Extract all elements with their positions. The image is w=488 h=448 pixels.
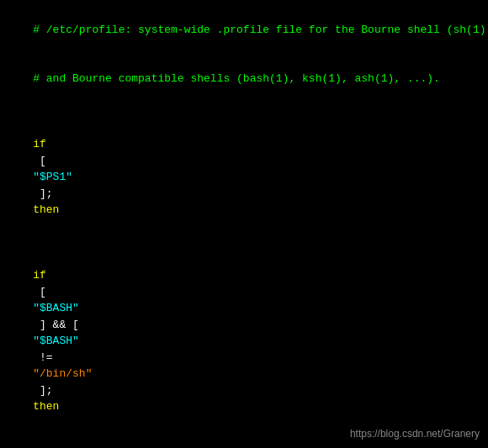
code-line-2: # and Bourne compatible shells (bash(1),… [7, 55, 481, 104]
kw-then-2: then [33, 400, 59, 413]
str-binsh: "/bin/sh" [33, 367, 92, 380]
kw-then-1: then [33, 203, 59, 216]
var-ps1: "$PS1" [33, 171, 72, 183]
sp2: ] && [ [33, 319, 85, 331]
code-line-3 [7, 103, 481, 120]
var-bash-1: "$BASH" [33, 302, 79, 314]
kw-if-1: if [33, 138, 46, 150]
bracket-2: ]; [33, 187, 59, 200]
comment-text-1: # /etc/profile: system-wide .profile fil… [33, 24, 488, 36]
comment-text-2: # and Bourne compatible shells (bash(1),… [33, 72, 440, 85]
bracket-1: [ [33, 155, 52, 167]
sp3: != [33, 351, 59, 364]
terminal-window: # /etc/profile: system-wide .profile fil… [0, 0, 488, 448]
code-line-5: if [ "$BASH" ] && [ "$BASH" != "/bin/sh"… [7, 235, 481, 431]
var-bash-2: "$BASH" [33, 335, 79, 347]
sp1: [ [33, 286, 52, 298]
kw-if-2: if [33, 269, 46, 282]
indent-1 [33, 253, 46, 266]
code-line-4: if [ "$PS1" ]; then [7, 120, 481, 235]
sp4: ]; [33, 384, 59, 397]
code-line-1: # /etc/profile: system-wide .profile fil… [7, 5, 481, 55]
watermark: https://blog.csdn.net/Granery [350, 426, 480, 441]
